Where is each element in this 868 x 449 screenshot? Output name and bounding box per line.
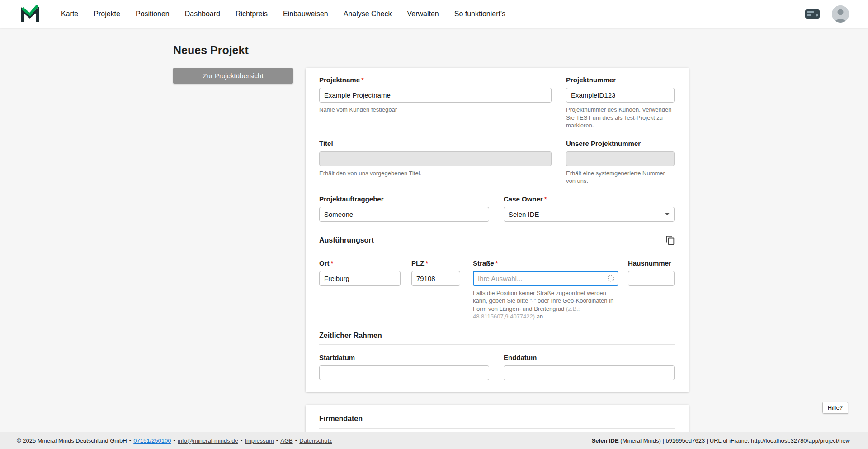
nav-item-positionen[interactable]: Positionen: [136, 10, 170, 18]
footer-separator: •: [173, 437, 175, 444]
field-hausnummer: Hausnummer: [628, 259, 675, 321]
field-titel: Titel Erhält den von uns vorgegebenen Ti…: [319, 140, 552, 185]
avatar[interactable]: [832, 5, 849, 23]
projektnummer-helper: Projektnummer des Kunden. Verwenden Sie …: [566, 106, 675, 130]
main-nav: Karte Projekte Positionen Dashboard Rich…: [61, 10, 505, 18]
section-title-ausfuehrungsort: Ausführungsort: [319, 236, 374, 244]
footer-datenschutz-link[interactable]: Datenschutz: [299, 437, 332, 444]
enddatum-input[interactable]: [504, 365, 675, 380]
loading-spinner-icon: [608, 275, 614, 282]
footer-session-info: Selen IDE (Mineral Minds) | b91695ed7623…: [592, 437, 850, 444]
required-marker: *: [331, 259, 334, 267]
footer-email-link[interactable]: info@mineral-minds.de: [178, 437, 238, 444]
projektname-input[interactable]: [319, 88, 552, 103]
startdatum-label: Startdatum: [319, 354, 489, 361]
strasse-label: Straße*: [473, 259, 618, 267]
case-owner-label: Case Owner*: [504, 195, 675, 203]
required-marker: *: [495, 259, 498, 267]
top-navigation-bar: Karte Projekte Positionen Dashboard Rich…: [0, 0, 868, 28]
field-unsere-projektnummer: Unsere Projektnummer Erhält eine systemg…: [566, 140, 675, 185]
field-startdatum: Startdatum: [319, 354, 489, 380]
footer-impressum-link[interactable]: Impressum: [245, 437, 274, 444]
field-plz: PLZ*: [411, 259, 460, 321]
footer-separator: •: [129, 437, 132, 444]
field-projektauftraggeber: Projektauftraggeber: [319, 195, 489, 222]
field-enddatum: Enddatum: [504, 354, 675, 380]
nav-item-richtpreis[interactable]: Richtpreis: [236, 10, 268, 18]
unsere-projektnummer-input: [566, 151, 675, 166]
strasse-input[interactable]: [473, 271, 618, 286]
ort-label: Ort*: [319, 259, 401, 267]
case-owner-select[interactable]: Selen IDE: [504, 207, 675, 222]
startdatum-input[interactable]: [319, 365, 489, 380]
copy-icon: [665, 239, 675, 247]
topbar-right: [805, 5, 849, 23]
nav-item-verwalten[interactable]: Verwalten: [407, 10, 439, 18]
divider: [319, 344, 675, 345]
footer-copyright: © 2025 Mineral Minds Deutschland GmbH: [17, 437, 127, 444]
field-strasse: Straße* Falls die Position keiner Straße…: [473, 259, 618, 321]
plz-input[interactable]: [411, 271, 460, 286]
required-marker: *: [425, 259, 428, 267]
nav-item-projekte[interactable]: Projekte: [94, 10, 120, 18]
titel-input: [319, 151, 552, 166]
unsere-projektnummer-helper: Erhält eine systemgenerierte Nummer von …: [566, 169, 675, 185]
back-to-project-overview-button[interactable]: Zur Projektübersicht: [173, 68, 293, 84]
projektauftraggeber-input[interactable]: [319, 207, 489, 222]
enddatum-label: Enddatum: [504, 354, 675, 361]
strasse-helper: Falls die Position keiner Straße zugeord…: [473, 289, 618, 321]
projektauftraggeber-label: Projektauftraggeber: [319, 195, 489, 203]
nav-item-so-funktionierts[interactable]: So funktioniert's: [454, 10, 505, 18]
projektnummer-label: Projektnummer: [566, 76, 675, 84]
brand-logo[interactable]: [20, 4, 39, 24]
plz-label: PLZ*: [411, 259, 460, 267]
hausnummer-label: Hausnummer: [628, 259, 675, 267]
field-ort: Ort*: [319, 259, 401, 321]
case-owner-selected-value: Selen IDE: [509, 210, 539, 218]
nav-item-einbauweisen[interactable]: Einbauweisen: [283, 10, 328, 18]
company-data-card: Firmendaten: [306, 405, 689, 432]
project-form-card: Projektname* Name vom Kunden festlegbar …: [306, 68, 689, 392]
unsere-projektnummer-label: Unsere Projektnummer: [566, 140, 675, 147]
footer-separator: •: [241, 437, 243, 444]
divider: [319, 428, 675, 429]
required-marker: *: [544, 195, 547, 203]
footer-separator: •: [276, 437, 278, 444]
footer: © 2025 Mineral Minds Deutschland GmbH • …: [0, 432, 868, 449]
field-projektnummer: Projektnummer Projektnummer des Kunden. …: [566, 76, 675, 130]
footer-session-details: (Mineral Minds) | b91695ed7623 | URL of …: [619, 437, 850, 444]
projektname-helper: Name vom Kunden festlegbar: [319, 106, 552, 114]
divider: [319, 250, 675, 250]
server-icon[interactable]: [805, 9, 820, 19]
projektnummer-input[interactable]: [566, 88, 675, 103]
hausnummer-input[interactable]: [628, 271, 675, 286]
field-case-owner: Case Owner* Selen IDE: [504, 195, 675, 222]
page-title: Neues Projekt: [173, 44, 868, 57]
chevron-down-icon: [665, 213, 670, 215]
nav-item-dashboard[interactable]: Dashboard: [185, 10, 220, 18]
titel-label: Titel: [319, 140, 552, 147]
section-title-firmendaten: Firmendaten: [319, 415, 363, 423]
footer-separator: •: [295, 437, 297, 444]
footer-left: © 2025 Mineral Minds Deutschland GmbH • …: [17, 437, 332, 444]
ort-input[interactable]: [319, 271, 401, 286]
required-marker: *: [361, 76, 364, 84]
section-title-zeitlicher-rahmen: Zeitlicher Rahmen: [319, 332, 382, 340]
titel-helper: Erhält den von uns vorgegebenen Titel.: [319, 169, 552, 178]
help-button[interactable]: Hilfe?: [822, 402, 848, 414]
mineral-minds-logo-icon: [20, 4, 39, 24]
field-projektname: Projektname* Name vom Kunden festlegbar: [319, 76, 552, 130]
copy-address-button[interactable]: [665, 235, 675, 245]
footer-phone-link[interactable]: 07151/250100: [133, 437, 171, 444]
nav-item-karte[interactable]: Karte: [61, 10, 78, 18]
projektname-label: Projektname*: [319, 76, 552, 84]
footer-agb-link[interactable]: AGB: [280, 437, 292, 444]
footer-session-user: Selen IDE: [592, 437, 619, 444]
main-content: Neues Projekt Zur Projektübersicht Proje…: [0, 28, 868, 432]
nav-item-analyse-check[interactable]: Analyse Check: [344, 10, 392, 18]
